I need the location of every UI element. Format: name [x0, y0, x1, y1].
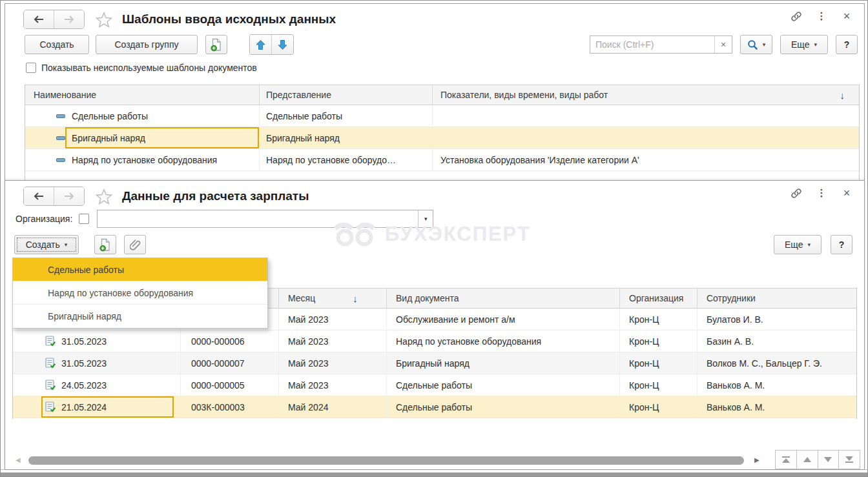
move-up-arrow-icon[interactable]	[250, 35, 271, 54]
cell-text: 0000-000006	[191, 336, 245, 347]
paperclip-icon[interactable]	[124, 235, 146, 254]
menu-item-label: Бригадный наряд	[48, 311, 121, 321]
favorite-star-icon[interactable]	[96, 12, 112, 28]
posted-document-check-icon	[45, 336, 56, 347]
name-cell: Наряд по установке оборудования	[25, 149, 260, 170]
organization-combobox-value[interactable]	[98, 210, 418, 227]
cell-text: Наряд по установке оборудования	[72, 155, 217, 165]
column-header-4[interactable]: Вид документа	[387, 289, 620, 308]
column-header-1[interactable]: Наименование	[25, 85, 260, 105]
cell-text: Наряд по установке оборудо…	[266, 155, 396, 165]
more-button[interactable]: Еще ▾	[774, 235, 822, 254]
window-controls: ⋮ ×	[790, 10, 852, 22]
table-row[interactable]: Наряд по установке оборудованияНаряд по …	[25, 149, 859, 171]
cell-text: Сдельные работы	[396, 402, 472, 412]
chevron-down-icon: ▾	[424, 216, 428, 222]
indicators-cell: Установка оборудования 'Изделие категори…	[433, 149, 859, 170]
column-header-2[interactable]: Представление	[260, 85, 433, 105]
scroll-right-icon[interactable]: ▶	[754, 456, 760, 463]
column-header-3[interactable]: Месяц↓	[279, 289, 387, 308]
view-cell: Сдельные работы	[260, 105, 433, 127]
menu-item[interactable]: Бригадный наряд	[13, 305, 267, 328]
column-header-5[interactable]: Организация	[620, 289, 698, 308]
move-down-arrow-icon[interactable]	[271, 35, 293, 54]
create-button[interactable]: Создать ▾	[14, 235, 79, 254]
table-row[interactable]: Бригадный нарядБригадный наряд	[25, 127, 859, 149]
cell-text: Май 2023	[288, 314, 328, 325]
menu-item-label: Сдельные работы	[48, 265, 124, 275]
templates-table-header: НаименованиеПредставлениеПоказатели, вид…	[25, 85, 859, 105]
name-cell: Сдельные работы	[25, 105, 260, 127]
cell-text: 31.05.2023	[61, 336, 107, 347]
menu-item-label: Наряд по установке оборудования	[48, 288, 193, 298]
cell-text: 003К-000003	[191, 402, 245, 412]
number-cell: 0000-000007	[181, 352, 279, 374]
create-button[interactable]: Создать	[25, 35, 89, 54]
link-icon[interactable]	[790, 10, 802, 22]
back-button[interactable]	[24, 187, 54, 205]
search-clear-icon[interactable]: ×	[714, 36, 732, 53]
jump-bottom-icon[interactable]	[838, 451, 860, 469]
cell-text: Наряд по установке оборудования	[396, 336, 541, 347]
cell-text: Бригадный наряд	[396, 358, 470, 369]
cell-text: Май 2023	[288, 358, 328, 369]
cell-text: Бригадный наряд	[72, 133, 145, 143]
column-header-label: Показатели, виды времени, виды работ	[440, 90, 608, 100]
table-row[interactable]: 31.05.20230000-000006Май 2023Наряд по ус…	[13, 330, 856, 352]
column-header-6[interactable]: Сотрудники	[698, 289, 856, 308]
organization-cell: Крон-Ц	[620, 330, 698, 352]
new-document-plus-icon[interactable]	[94, 235, 116, 254]
date-cell: 31.05.2023	[13, 330, 181, 352]
page-title: Шаблоны ввода исходных данных	[122, 12, 336, 26]
posted-document-check-icon	[45, 380, 56, 391]
show-unused-checkbox[interactable]	[26, 63, 36, 73]
link-icon[interactable]	[790, 187, 802, 199]
column-header-label: Вид документа	[396, 293, 459, 303]
create-group-button[interactable]: Создать группу	[96, 35, 198, 54]
column-header-3[interactable]: Показатели, виды времени, виды работ↓	[433, 85, 859, 105]
more-button-label: Еще	[791, 39, 810, 50]
scroll-left-icon[interactable]: ◀	[16, 456, 21, 463]
table-row[interactable]: 31.05.20230000-000007Май 2023Бригадный н…	[13, 352, 856, 374]
close-icon[interactable]: ×	[841, 187, 852, 199]
forward-button[interactable]	[54, 187, 84, 205]
chevron-down-icon: ▾	[807, 241, 811, 248]
favorite-star-icon[interactable]	[96, 188, 112, 205]
new-document-plus-icon[interactable]	[205, 35, 227, 54]
kebab-menu-icon[interactable]: ⋮	[816, 10, 827, 22]
table-row[interactable]: Сдельные работыСдельные работы	[25, 105, 859, 127]
kebab-menu-icon[interactable]: ⋮	[816, 187, 827, 199]
month-cell: Май 2023	[279, 330, 387, 352]
search-button[interactable]: ▾	[740, 35, 772, 54]
table-row[interactable]: 24.05.20230000-000005Май 2023Сдельные ра…	[13, 374, 856, 396]
combobox-dropdown-button[interactable]: ▾	[418, 210, 433, 227]
jump-top-icon[interactable]	[776, 451, 796, 469]
table-row[interactable]: 21.05.2024003К-000003Май 2024Сдельные ра…	[13, 396, 856, 418]
back-button[interactable]	[24, 10, 54, 28]
menu-item[interactable]: Сдельные работы	[13, 258, 267, 281]
window-templates: Шаблоны ввода исходных данных ⋮ × Создат…	[5, 3, 865, 183]
search-magnifier-icon	[747, 39, 758, 50]
search-input[interactable]	[590, 36, 714, 53]
scrollbar-thumb[interactable]	[28, 456, 744, 465]
cell-text: Бригадный наряд	[266, 133, 340, 143]
organization-combobox: ▾	[97, 210, 433, 228]
help-button[interactable]: ?	[836, 35, 858, 54]
cell-text: Май 2024	[288, 402, 328, 412]
doc-type-cell: Наряд по установке оборудования	[387, 330, 620, 352]
app-frame: Шаблоны ввода исходных данных ⋮ × Создат…	[0, 0, 868, 477]
step-down-icon[interactable]	[818, 451, 839, 469]
organization-checkbox[interactable]	[79, 214, 89, 224]
close-icon[interactable]: ×	[841, 10, 852, 22]
more-button[interactable]: Еще ▾	[780, 35, 828, 54]
forward-button[interactable]	[54, 10, 84, 28]
help-button[interactable]: ?	[831, 235, 852, 254]
view-cell: Бригадный наряд	[260, 127, 433, 148]
posted-document-check-icon	[45, 401, 56, 412]
step-up-icon[interactable]	[796, 451, 818, 469]
catalog-item-dash-icon	[56, 157, 65, 163]
chevron-down-icon: ▾	[65, 241, 68, 248]
date-cell: 31.05.2023	[13, 352, 181, 374]
menu-item[interactable]: Наряд по установке оборудования	[13, 281, 267, 305]
create-button-label: Создать	[26, 239, 60, 250]
